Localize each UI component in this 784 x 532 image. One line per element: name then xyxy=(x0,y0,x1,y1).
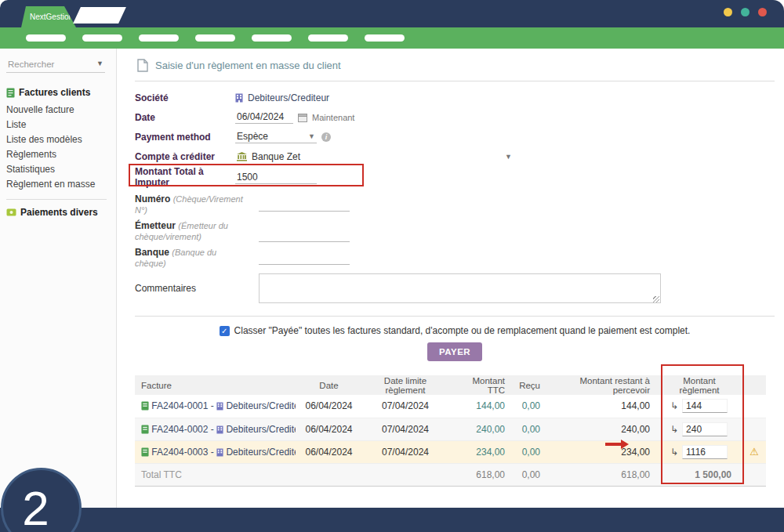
classify-paid-checkbox[interactable]: ✓ xyxy=(220,326,230,336)
payment-method-select[interactable]: Espèce ▼ xyxy=(235,130,317,143)
nav-item-redacted[interactable] xyxy=(139,34,179,42)
sidebar-item-liste[interactable]: Liste xyxy=(0,118,116,132)
sidebar-divider xyxy=(6,199,107,200)
form-row-montant-total: Montant Total à Imputer xyxy=(135,166,775,188)
sidebar-items: Nouvelle facture Liste Liste des modèles… xyxy=(0,103,116,192)
payment-method-value: Espèce xyxy=(237,131,268,142)
header-date: Date xyxy=(296,375,362,395)
facture-link[interactable]: FA2404-0002 - xyxy=(151,424,216,435)
client-link[interactable]: Debiteurs/Crediteur xyxy=(226,424,296,435)
nav-item-redacted[interactable] xyxy=(26,34,66,42)
cell-montant-ttc: 234,00 xyxy=(448,440,511,463)
sidebar-item-liste-des-modeles[interactable]: Liste des modèles xyxy=(0,132,116,147)
cell-date-limite: 07/04/2024 xyxy=(362,440,448,463)
cell-date: 06/04/2024 xyxy=(296,440,362,463)
maximize-dot-icon[interactable] xyxy=(741,8,750,16)
cell-date: 06/04/2024 xyxy=(296,395,362,418)
bank-icon xyxy=(237,152,247,161)
warning-icon: ⚠ xyxy=(750,446,759,458)
sidebar-section-paiements-divers[interactable]: Paiements divers xyxy=(0,207,116,218)
nav-item-redacted[interactable] xyxy=(252,34,292,42)
now-link[interactable]: Maintenant xyxy=(312,113,354,122)
montant-total-label: Montant Total à Imputer xyxy=(135,166,235,188)
header-facture: Facture xyxy=(135,375,296,395)
emetteur-input[interactable] xyxy=(259,229,350,242)
facture-link[interactable]: FA2404-0003 - xyxy=(151,447,216,458)
societe-value-link[interactable]: Debiteurs/Crediteur xyxy=(248,92,329,103)
date-label: Date xyxy=(135,112,235,123)
search-select[interactable]: Rechercher ▼ xyxy=(6,57,105,73)
banque-input[interactable] xyxy=(259,252,350,265)
header-montant-ttc: Montant TTC xyxy=(448,375,511,395)
minimize-dot-icon[interactable] xyxy=(724,8,732,16)
building-icon xyxy=(235,93,243,103)
date-input[interactable] xyxy=(235,110,293,124)
cell-restant: 234,00 xyxy=(546,440,656,463)
commentaires-textarea[interactable] xyxy=(259,273,661,303)
form-row-numero: Numéro (Chèque/Virement N°) xyxy=(135,194,775,215)
form-row-banque: Banque (Banque du chèque) xyxy=(135,247,775,269)
brand-tab[interactable]: NextGestion xyxy=(21,6,76,27)
pay-button[interactable]: PAYER xyxy=(427,342,482,361)
nav-item-redacted[interactable] xyxy=(365,34,405,42)
emetteur-label: Émetteur xyxy=(135,220,176,231)
divider xyxy=(135,316,775,317)
chevron-down-icon: ▼ xyxy=(308,132,315,140)
cell-recu: 0,00 xyxy=(511,395,546,418)
client-link[interactable]: Debiteurs/Crediteur xyxy=(226,447,296,458)
close-dot-icon[interactable] xyxy=(758,8,767,16)
header-date-limite: Date limite règlement xyxy=(362,375,448,395)
invoice-icon xyxy=(141,401,149,411)
sidebar-section-factures-clients[interactable]: Factures clients xyxy=(0,87,116,98)
cell-montant-ttc: 144,00 xyxy=(448,395,511,418)
total-recu: 0,00 xyxy=(511,463,546,486)
header-empty xyxy=(742,375,766,395)
reglement-input[interactable] xyxy=(682,445,728,459)
form-row-date: Date Maintenant xyxy=(135,107,775,127)
main-navbar xyxy=(0,27,784,49)
facture-link[interactable]: FA2404-0001 - xyxy=(151,400,216,411)
nav-item-redacted[interactable] xyxy=(82,34,122,42)
cell-date-limite: 07/04/2024 xyxy=(362,418,448,440)
nav-item-redacted[interactable] xyxy=(308,34,348,42)
document-icon xyxy=(137,59,148,72)
calendar-icon[interactable] xyxy=(298,113,307,122)
cell-montant-ttc: 240,00 xyxy=(448,418,511,440)
header-recu: Reçu xyxy=(511,375,546,395)
client-link[interactable]: Debiteurs/Crediteur xyxy=(226,400,296,411)
reglement-input[interactable] xyxy=(682,399,728,413)
sidebar-item-statistiques[interactable]: Statistiques xyxy=(0,162,116,177)
total-label: Total TTC xyxy=(135,463,296,486)
form-row-commentaires: Commentaires xyxy=(135,273,775,306)
form-row-compte: Compte à créditer Ban xyxy=(135,147,775,166)
subpayment-arrow-icon: ↳ xyxy=(670,424,678,435)
payment-form: Société Debiteurs/Crediteur Date xyxy=(135,88,775,306)
sidebar-item-reglements[interactable]: Règlements xyxy=(0,147,116,162)
chevron-down-icon: ▼ xyxy=(96,60,103,69)
info-icon: i xyxy=(321,132,331,142)
redacted-logo xyxy=(73,7,126,24)
subpayment-arrow-icon: ↳ xyxy=(670,447,678,458)
page-title-text: Saisie d'un règlement en masse du client xyxy=(155,60,341,71)
sidebar-item-nouvelle-facture[interactable]: Nouvelle facture xyxy=(0,103,116,118)
form-row-emetteur: Émetteur (Émetteur du chèque/virement) xyxy=(135,215,775,247)
table-header-row: Facture Date Date limite règlement Monta… xyxy=(135,375,766,395)
resize-handle-icon[interactable] xyxy=(653,296,659,302)
reglement-input[interactable] xyxy=(682,422,728,436)
numero-label: Numéro xyxy=(135,194,170,204)
invoice-icon xyxy=(6,88,15,98)
montant-total-input[interactable] xyxy=(235,171,317,184)
app-window: NextGestion Rechercher ▼ xyxy=(0,0,784,532)
cell-date-limite: 07/04/2024 xyxy=(362,395,448,418)
compte-select[interactable]: Banque Zet ▼ xyxy=(235,150,514,163)
brand-label: NextGestion xyxy=(30,13,73,21)
numero-input[interactable] xyxy=(259,198,350,212)
sidebar-item-reglement-en-masse[interactable]: Règlement en masse xyxy=(0,177,116,192)
table-row-highlighted: FA2404-0003 - Debiteurs/Crediteur 06/04/… xyxy=(135,440,766,463)
invoice-icon xyxy=(141,447,149,457)
search-placeholder: Rechercher xyxy=(8,60,54,69)
window-titlebar: NextGestion xyxy=(0,0,784,27)
total-montant-ttc: 618,00 xyxy=(448,463,511,486)
nav-item-redacted[interactable] xyxy=(195,34,235,42)
cell-recu: 0,00 xyxy=(511,440,546,463)
